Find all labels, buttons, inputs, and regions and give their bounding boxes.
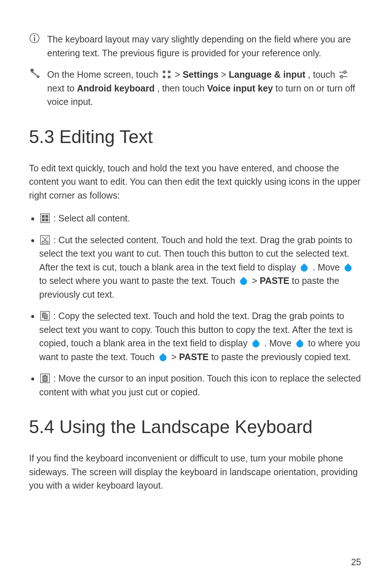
heading-5-4: 5.4 Using the Landscape Keyboard: [29, 413, 363, 441]
tip-post-icon: next to: [47, 83, 77, 93]
li2-d: >: [252, 276, 260, 286]
list-item: : Move the cursor to an input position. …: [39, 372, 363, 399]
li4-text: : Move the cursor to an input position. …: [39, 373, 361, 397]
tip-post1: , touch: [308, 69, 338, 80]
edit-actions-list: : Select all content. : Cut the selected…: [29, 212, 363, 399]
tip-post2: , then touch: [157, 83, 207, 93]
tune-icon: [338, 69, 348, 80]
voice-input-key-label: Voice input key: [207, 83, 273, 93]
tip-pre: On the Home screen, touch: [47, 69, 161, 80]
sec54-body: If you find the keyboard inconvenient or…: [29, 452, 363, 493]
android-keyboard-label: Android keyboard: [77, 83, 155, 93]
li3-d: >: [171, 352, 179, 362]
li3-e: to paste the previously copied text.: [211, 352, 351, 362]
paste-icon: [40, 373, 50, 383]
note-text: The keyboard layout may vary slightly de…: [47, 34, 351, 58]
page-number: 25: [351, 555, 361, 569]
document-page: The keyboard layout may vary slightly de…: [0, 0, 392, 587]
copy-icon: [40, 311, 50, 321]
tip-sep2: >: [221, 69, 229, 80]
heading-5-3: 5.3 Editing Text: [29, 123, 363, 151]
language-input-label: Language & input: [229, 69, 305, 80]
li3-b: . Move: [264, 338, 294, 348]
apps-grid-icon: [162, 69, 172, 80]
select-all-icon: [40, 213, 50, 223]
note-block: The keyboard layout may vary slightly de…: [29, 33, 363, 60]
tip-text: On the Home screen, touch > Settings > L…: [47, 68, 363, 109]
tip-sep: >: [175, 69, 183, 80]
caution-icon: [29, 33, 40, 44]
li3-a: : Copy the selected text. Touch and hold…: [39, 311, 352, 348]
tip-block: On the Home screen, touch > Settings > L…: [29, 68, 363, 109]
settings-label: Settings: [183, 69, 219, 80]
li1-text: : Select all content.: [53, 213, 130, 223]
sec53-intro: To edit text quickly, touch and hold the…: [29, 162, 363, 203]
paste-label: PASTE: [179, 352, 209, 362]
list-item: : Cut the selected content. Touch and ho…: [39, 233, 363, 302]
cursor-icon: [295, 338, 305, 348]
list-item: : Copy the selected text. Touch and hold…: [39, 309, 363, 364]
list-item: : Select all content.: [39, 212, 363, 225]
cursor-icon: [158, 352, 168, 362]
paste-label: PASTE: [260, 276, 290, 286]
li2-b: . Move: [313, 262, 342, 272]
cursor-icon: [343, 262, 353, 272]
cut-icon: [40, 235, 50, 245]
cursor-icon: [238, 276, 249, 286]
tip-icon: [29, 68, 40, 79]
li2-c: to select where you want to paste the te…: [39, 276, 238, 286]
cursor-icon: [251, 338, 261, 348]
cursor-icon: [299, 262, 309, 272]
